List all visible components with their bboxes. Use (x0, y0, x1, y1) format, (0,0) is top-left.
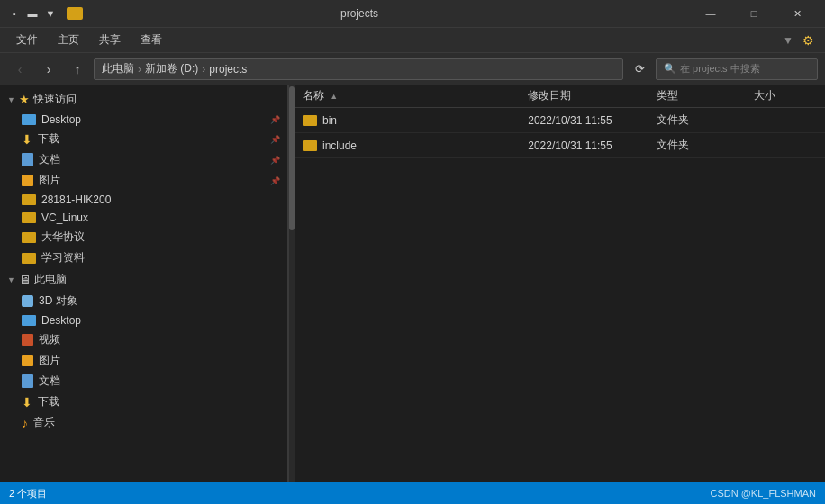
status-bar: 2 个项目 CSDN @KL_FLSHMAN (0, 482, 825, 504)
menu-share[interactable]: 共享 (90, 29, 130, 51)
item-count: 2 个项目 (9, 487, 47, 500)
breadcrumb-thispc[interactable]: 此电脑 (102, 61, 134, 76)
sidebar-item-label: VC_Linux (41, 212, 88, 224)
sidebar-item-pictures-pc[interactable]: 图片 (0, 350, 287, 371)
close-button[interactable]: ✕ (776, 0, 818, 27)
sidebar-item-label: 图片 (39, 173, 60, 188)
sidebar-item-label: 视频 (39, 332, 60, 347)
watermark: CSDN @KL_FLSHMAN (710, 488, 816, 499)
sidebar-item-label: Desktop (41, 113, 81, 126)
sidebar-item-downloads-qa[interactable]: ⬇ 下载 (0, 129, 287, 149)
quickaccess-label: 快速访问 (33, 92, 77, 107)
table-row[interactable]: bin 2022/10/31 11:55 文件夹 (295, 108, 825, 133)
thispc-arrow: ▼ (7, 275, 15, 284)
file-area: 名称 ▲ 修改日期 类型 大小 bin 2022/10/31 11:55 文件夹 (295, 85, 825, 482)
sidebar-item-label: 下载 (38, 131, 59, 147)
sort-arrow: ▲ (330, 92, 338, 101)
col-date-header[interactable]: 修改日期 (528, 88, 657, 104)
breadcrumb-sep1: › (138, 63, 141, 76)
sidebar-item-label: 大华协议 (41, 230, 85, 245)
folder-icon (22, 194, 36, 205)
sidebar-item-label: 3D 对象 (39, 293, 77, 309)
folder-icon (22, 212, 36, 223)
file-row-name: bin (303, 114, 528, 127)
folder-icon (22, 253, 36, 264)
window-controls: — □ ✕ (690, 0, 818, 27)
sidebar-item-documents-qa[interactable]: 文档 (0, 149, 287, 170)
window-title: projects (34, 7, 684, 20)
sidebar-item-label: 下载 (38, 394, 59, 410)
sidebar: ▼ ★ 快速访问 Desktop ⬇ 下载 文档 图片 28181-HIK200… (0, 85, 288, 482)
menu-view[interactable]: 查看 (131, 29, 171, 51)
sidebar-item-label: 文档 (39, 374, 60, 389)
file-list-header: 名称 ▲ 修改日期 类型 大小 (295, 85, 825, 108)
download-icon: ⬇ (22, 395, 32, 410)
file-name: include (322, 140, 357, 152)
folder-icon (22, 153, 33, 166)
sidebar-item-3d[interactable]: 3D 对象 (0, 291, 287, 311)
sidebar-item-pictures-qa[interactable]: 图片 (0, 170, 287, 191)
folder-icon (22, 315, 36, 326)
sidebar-item-music-pc[interactable]: ♪ 音乐 (0, 412, 287, 433)
col-size-header[interactable]: 大小 (754, 88, 819, 104)
file-date: 2022/10/31 11:55 (528, 140, 657, 152)
sidebar-scrollbar[interactable] (288, 85, 295, 482)
folder-icon (22, 334, 33, 346)
search-bar[interactable]: 🔍 在 projects 中搜索 (656, 58, 818, 80)
info-icon: ⚙ (802, 33, 818, 48)
window-icon: ▪ (7, 6, 22, 21)
sidebar-item-video[interactable]: 视频 (0, 329, 287, 350)
file-date: 2022/10/31 11:55 (528, 114, 657, 127)
sidebar-item-vclinux[interactable]: VC_Linux (0, 209, 287, 227)
folder-icon (22, 232, 36, 243)
thispc-header[interactable]: ▼ 🖥 此电脑 (0, 268, 287, 291)
file-row-name: include (303, 140, 528, 152)
breadcrumb-drive[interactable]: 新加卷 (D:) (145, 61, 198, 76)
file-type: 文件夹 (657, 112, 753, 128)
sidebar-item-desktop-pc[interactable]: Desktop (0, 311, 287, 329)
sidebar-item-study[interactable]: 学习资料 (0, 248, 287, 268)
table-row[interactable]: include 2022/10/31 11:55 文件夹 (295, 133, 825, 158)
breadcrumb-projects[interactable]: projects (209, 63, 247, 76)
sidebar-item-label: Desktop (41, 314, 81, 327)
nav-bar: ‹ › ↑ 此电脑 › 新加卷 (D:) › projects ⟳ 🔍 在 pr… (0, 52, 825, 85)
main-area: ▼ ★ 快速访问 Desktop ⬇ 下载 文档 图片 28181-HIK200… (0, 85, 825, 482)
col-type-header[interactable]: 类型 (657, 88, 753, 104)
folder-icon (22, 114, 36, 125)
sidebar-item-label: 学习资料 (41, 250, 85, 266)
maximize-button[interactable]: □ (733, 0, 775, 27)
sidebar-item-documents-pc[interactable]: 文档 (0, 371, 287, 392)
folder-icon (303, 140, 317, 151)
sidebar-item-desktop-qa[interactable]: Desktop (0, 111, 287, 129)
search-icon: 🔍 (664, 63, 676, 75)
folder-icon (22, 355, 33, 366)
forward-button[interactable]: › (36, 57, 61, 82)
col-name-header[interactable]: 名称 ▲ (303, 88, 528, 104)
quickaccess-header[interactable]: ▼ ★ 快速访问 (0, 88, 287, 111)
file-name: bin (322, 114, 337, 127)
thispc-label: 此电脑 (34, 272, 67, 287)
folder-icon (22, 175, 33, 186)
back-button[interactable]: ‹ (7, 57, 32, 82)
minimize-button[interactable]: — (690, 0, 731, 27)
menu-home[interactable]: 主页 (49, 29, 88, 51)
star-icon: ★ (19, 93, 30, 106)
search-placeholder: 在 projects 中搜索 (680, 62, 760, 76)
sidebar-item-label: 音乐 (33, 415, 55, 430)
file-type: 文件夹 (657, 138, 753, 153)
sidebar-item-hik200[interactable]: 28181-HIK200 (0, 191, 287, 209)
sidebar-scrollbar-thumb[interactable] (289, 86, 295, 230)
menu-bar: 文件 主页 共享 查看 ▼ ⚙ (0, 27, 825, 52)
up-button[interactable]: ↑ (65, 57, 90, 82)
expand-ribbon-icon[interactable]: ▼ (783, 34, 801, 47)
folder-icon (22, 295, 33, 307)
refresh-button[interactable]: ⟳ (627, 57, 652, 82)
sidebar-item-label: 图片 (39, 353, 60, 368)
sidebar-item-label: 文档 (39, 152, 60, 167)
sidebar-item-dahua[interactable]: 大华协议 (0, 227, 287, 248)
menu-file[interactable]: 文件 (7, 29, 47, 51)
sidebar-item-downloads-pc[interactable]: ⬇ 下载 (0, 392, 287, 412)
folder-icon (303, 115, 317, 126)
sidebar-item-label: 28181-HIK200 (41, 194, 111, 206)
breadcrumb-bar[interactable]: 此电脑 › 新加卷 (D:) › projects (94, 58, 623, 80)
